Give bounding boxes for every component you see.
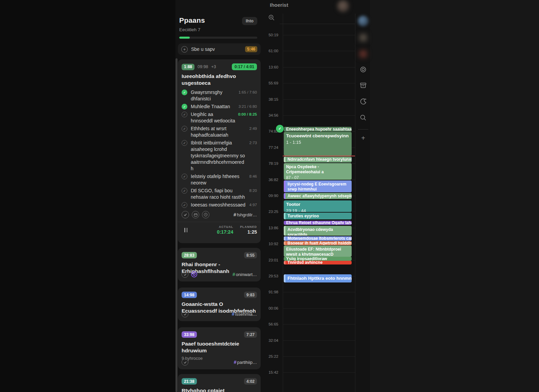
calendar-icon[interactable] — [192, 211, 199, 218]
blurred-icon[interactable] — [359, 50, 368, 58]
calendar-event[interactable]: Turuties eyyrioo — [284, 213, 352, 219]
calendar-event[interactable]: Fhtnlaoh Hpttkra eoto hnnmne tnei — [284, 274, 352, 282]
time-label: 23:25 — [258, 210, 278, 214]
duration-badge: 33:98 — [182, 331, 197, 338]
task-card[interactable]: 33:987:27Paaef tuooeshmtdcteie hdruwium9… — [178, 327, 261, 369]
calendar-event[interactable]: Tootor23:19 - 44 — [284, 200, 352, 212]
task-title: Paaef tuooeshmtdcteie hdruwium — [182, 340, 257, 354]
subtask-check-icon[interactable]: ✓ — [182, 126, 187, 132]
avatar[interactable] — [337, 0, 349, 12]
calendar-gridline — [283, 340, 355, 341]
calendar-gridline — [283, 308, 355, 309]
subtask-check-icon[interactable]: ✓ — [182, 140, 187, 146]
hashtag-label[interactable]: #fshgrdilr… — [234, 212, 257, 217]
time-label: 91:98 — [258, 290, 278, 294]
calendar-event[interactable]: Iiycysi-nodeg E Eoevisgoarem srwp hirmmh… — [284, 180, 352, 192]
subtask-check-icon[interactable]: ✓ — [182, 174, 187, 179]
actual-value: 0:17:24 — [217, 229, 233, 235]
target-icon[interactable] — [358, 65, 368, 74]
calendar-event[interactable]: Tcuoeewtnt cbenrepwdsyinn1 - 1:15 — [284, 132, 352, 156]
calendar-gridline — [283, 356, 355, 357]
calendar-gridline — [283, 324, 355, 325]
event-color-bar — [284, 241, 285, 245]
check-circle-icon[interactable] — [182, 311, 188, 317]
time-label: 00:06 — [258, 306, 278, 310]
subtask-check-icon[interactable]: ✓ — [182, 202, 187, 208]
calendar-gridline — [283, 372, 355, 373]
add-task-row[interactable]: + Sbe u sapv 5:46 — [178, 43, 261, 55]
plus-icon[interactable]: + — [358, 133, 368, 143]
event-color-bar — [284, 236, 285, 241]
calendar-event[interactable]: Awwec aflawyhdypenynh sdseplep — [284, 193, 352, 199]
target-icon[interactable] — [191, 271, 197, 277]
time-label: 09:90 — [258, 194, 278, 198]
subtask-row[interactable]: ✓Gwayrsmrsghy dhfanistci1:65 / 7:60 — [182, 89, 257, 102]
subtask-time: 4:97 — [249, 203, 257, 208]
card-footer: #oninwart… — [182, 271, 257, 278]
subtask-time: 3:21 / 6:80 — [239, 104, 257, 110]
task-card[interactable]: 21:384:02Rtvhghoo cptajet — [178, 374, 261, 392]
calendar-event[interactable]: Npca Osydeeke - Crtpemeeleohaiui a87 - 0… — [284, 163, 352, 180]
subtask-row[interactable]: ✓Uegihlc aa hnnsoeddl wetloocita0:00 / 8… — [182, 111, 257, 124]
subtask-row[interactable]: ✓Ioeesas nweoshhesssaed4:97 — [182, 202, 257, 208]
task-panel: Ppaans Ihto Eeciitleh 7 + Sbe u sapv 5:4… — [175, 0, 261, 392]
calendar-gridline — [283, 67, 355, 67]
planned-badge: 8:55 — [244, 252, 257, 258]
calendar-event[interactable]: Tnnrdsd avhincne — [284, 261, 352, 264]
hashtag-label[interactable]: #partlhiip… — [234, 359, 257, 365]
time-label: 29:53 — [258, 274, 278, 278]
search-icon[interactable] — [358, 113, 368, 122]
timer-task-card[interactable]: 1:88 09:98 +3 0:17 / 4:01 Iueeohbthida a… — [178, 59, 261, 243]
subtask-row[interactable]: ✓Muhledle Tnaattan3:21 / 6:80 — [182, 103, 257, 110]
hashtag-label[interactable]: #oninwart… — [233, 272, 257, 277]
panel-scrollbar[interactable] — [175, 58, 178, 392]
calendar-zoom-icon[interactable] — [268, 14, 275, 22]
subtask-done-icon[interactable]: ✓ — [182, 90, 187, 95]
pause-button[interactable] — [184, 228, 187, 232]
sidebar-avatar[interactable] — [358, 16, 369, 26]
subtask-check-icon[interactable]: ✓ — [182, 112, 187, 117]
time-label: 13:60 — [258, 65, 278, 69]
event-title: Tcuoeewtnt cbenrepwdsyinn — [286, 133, 349, 139]
task-card[interactable]: 14:989:83Goaanic-wstta O Ecuassncesdf is… — [178, 288, 261, 321]
event-title: Fhtnlaoh Hpttkra eoto hnnmne tnei — [287, 276, 352, 281]
hashtag-label[interactable]: #lssehmia… — [232, 311, 257, 317]
calendar-event[interactable]: Ysiig iropsaeditloraw — [284, 257, 352, 261]
current-time-line — [283, 156, 355, 156]
event-color-bar — [284, 226, 285, 236]
subtask-row[interactable]: ✓Iblntit ieitbuirrnefgia aisaheoeg lcroh… — [182, 140, 257, 172]
calendar-event[interactable]: Acvdblryonao cdewyda snractihfo77:08 - 5… — [284, 226, 352, 236]
moon-icon[interactable] — [358, 97, 368, 106]
planned-badge: 4:02 — [244, 378, 257, 385]
time-label: 61:00 — [258, 49, 278, 53]
event-time: 87 - 07 — [286, 175, 349, 180]
subtask-row[interactable]: ✓Ethhdets at wrsrt haphadfcaluaeiah2:49 — [182, 125, 257, 138]
subtask-check-icon[interactable]: ✓ — [182, 188, 187, 194]
clock-icon[interactable] — [202, 211, 209, 218]
event-check-icon[interactable]: ✓ — [276, 125, 284, 133]
event-title: Awwec aflawyhdypenynh sdseplep — [287, 194, 352, 199]
calendar-event[interactable]: Ehrua Reioet sthaunne Oqailv lahadsir — [284, 221, 352, 225]
blurred-icon[interactable] — [359, 33, 368, 42]
check-circle-icon[interactable] — [182, 359, 188, 366]
calendar-top-line — [280, 24, 355, 24]
calendar-event[interactable]: Ndnradcnfavn hteaegn tvorylunxi — [284, 157, 352, 162]
check-circle-icon[interactable] — [182, 271, 188, 278]
calendar-event[interactable]: Motwsemdosae Itobsmrlerots caiusttnodi — [284, 236, 352, 241]
panel-menu-button[interactable]: Ihto — [242, 17, 257, 25]
check-circle-icon[interactable] — [182, 211, 189, 218]
event-color-bar — [284, 180, 285, 192]
task-card[interactable]: 28:838:55Rhai Ihonpenr - Erhiphashflhsha… — [178, 248, 261, 281]
calendar-event[interactable]: Bsoeear ih fuatt Aqwtrodl hslddhftniti — [284, 241, 352, 245]
time-label: 56:65 — [258, 322, 278, 326]
calendar-event[interactable]: Eiiustoade EF: Ntbnbtdproei wwsit a khvt… — [284, 246, 352, 257]
subtask-row[interactable]: ✓Dtl SCGO, fiapi bou nehsaiw raco hioht … — [182, 188, 257, 200]
calendar-event[interactable]: Eneeohherpea hupoehr saaiahtaad — [284, 127, 352, 132]
event-title: Tootor — [286, 202, 349, 208]
plus-icon: + — [181, 46, 188, 53]
archive-icon[interactable] — [358, 81, 368, 90]
subtask-done-icon[interactable]: ✓ — [182, 104, 187, 110]
subtask-row[interactable]: ✓Ielsteiy otafelp htheees neorew8:46 — [182, 173, 257, 186]
right-background — [370, 0, 539, 392]
time-label: 13:86 — [258, 226, 278, 230]
